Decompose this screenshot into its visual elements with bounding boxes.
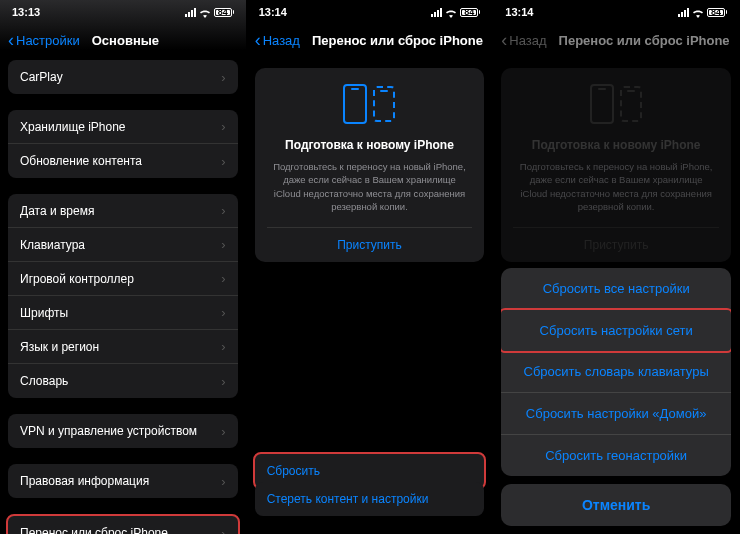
battery-icon: 84 bbox=[460, 8, 480, 17]
group-erase: Стереть контент и настройки bbox=[255, 482, 485, 516]
reset-network-settings[interactable]: Сбросить настройки сети bbox=[501, 308, 731, 353]
row-label: Обновление контента bbox=[20, 154, 142, 168]
settings-list: CarPlay› Хранилище iPhone› Обновление ко… bbox=[0, 60, 246, 534]
row-legal[interactable]: Правовая информация› bbox=[8, 464, 238, 498]
chevron-right-icon: › bbox=[221, 154, 225, 169]
reset-home-layout[interactable]: Сбросить настройки «Домой» bbox=[501, 393, 731, 435]
row-transfer-reset[interactable]: Перенос или сброс iPhone› bbox=[8, 516, 238, 534]
status-bar: 13:13 84 bbox=[0, 0, 246, 20]
chevron-right-icon: › bbox=[221, 237, 225, 252]
row-fonts[interactable]: Шрифты› bbox=[8, 296, 238, 330]
row-label: Стереть контент и настройки bbox=[267, 492, 429, 506]
screen-reset-sheet: 13:14 84 ‹Назад Перенос или сброс iPhone… bbox=[493, 0, 740, 534]
cellular-icon bbox=[431, 8, 442, 17]
chevron-right-icon: › bbox=[221, 474, 225, 489]
row-background-refresh[interactable]: Обновление контента› bbox=[8, 144, 238, 178]
card-description: Подготовьтесь к переносу на новый iPhone… bbox=[513, 160, 719, 213]
row-erase[interactable]: Стереть контент и настройки bbox=[255, 482, 485, 516]
reset-location-privacy[interactable]: Сбросить геонастройки bbox=[501, 435, 731, 476]
chevron-left-icon: ‹ bbox=[501, 30, 507, 51]
row-carplay[interactable]: CarPlay› bbox=[8, 60, 238, 94]
battery-icon: 84 bbox=[214, 8, 234, 17]
status-indicators: 84 bbox=[678, 8, 727, 17]
cellular-icon bbox=[185, 8, 196, 17]
bottom-actions: Сбросить Стереть контент и настройки bbox=[255, 452, 485, 516]
chevron-right-icon: › bbox=[221, 374, 225, 389]
status-time: 13:14 bbox=[259, 6, 287, 18]
reset-keyboard-dictionary[interactable]: Сбросить словарь клавиатуры bbox=[501, 351, 731, 393]
get-started-button[interactable]: Приступить bbox=[267, 227, 473, 262]
group-carplay: CarPlay› bbox=[8, 60, 238, 94]
group-legal: Правовая информация› bbox=[8, 464, 238, 498]
row-label: CarPlay bbox=[20, 70, 63, 84]
back-button[interactable]: ‹Настройки bbox=[8, 30, 80, 51]
group-system: Дата и время› Клавиатура› Игровой контро… bbox=[8, 194, 238, 398]
back-button: ‹Назад bbox=[501, 30, 546, 51]
chevron-right-icon: › bbox=[221, 271, 225, 286]
wifi-icon bbox=[199, 8, 211, 17]
card-title: Подготовка к новому iPhone bbox=[513, 138, 719, 152]
phone-dotted-icon bbox=[620, 86, 642, 122]
phones-icon bbox=[513, 84, 719, 124]
row-label: Дата и время bbox=[20, 204, 94, 218]
page-title: Перенос или сброс iPhone bbox=[312, 33, 483, 48]
row-label: Перенос или сброс iPhone bbox=[20, 526, 168, 534]
chevron-right-icon: › bbox=[221, 203, 225, 218]
row-date-time[interactable]: Дата и время› bbox=[8, 194, 238, 228]
battery-icon: 84 bbox=[707, 8, 727, 17]
row-label: Игровой контроллер bbox=[20, 272, 134, 286]
page-title: Перенос или сброс iPhone bbox=[559, 33, 730, 48]
screen-general-settings: 13:13 84 ‹Настройки Основные CarPlay› Хр… bbox=[0, 0, 247, 534]
status-indicators: 84 bbox=[431, 8, 480, 17]
chevron-right-icon: › bbox=[221, 526, 225, 535]
row-game-controller[interactable]: Игровой контроллер› bbox=[8, 262, 238, 296]
row-label: Хранилище iPhone bbox=[20, 120, 126, 134]
row-label: VPN и управление устройством bbox=[20, 424, 197, 438]
back-label: Назад bbox=[509, 33, 546, 48]
back-button[interactable]: ‹Назад bbox=[255, 30, 300, 51]
row-keyboard[interactable]: Клавиатура› bbox=[8, 228, 238, 262]
chevron-left-icon: ‹ bbox=[255, 30, 261, 51]
row-language-region[interactable]: Язык и регион› bbox=[8, 330, 238, 364]
back-label: Назад bbox=[263, 33, 300, 48]
phone-dotted-icon bbox=[373, 86, 395, 122]
reset-options: Сбросить все настройки Сбросить настройк… bbox=[501, 268, 731, 476]
row-label: Шрифты bbox=[20, 306, 68, 320]
action-sheet: Сбросить все настройки Сбросить настройк… bbox=[501, 268, 731, 526]
row-dictionary[interactable]: Словарь› bbox=[8, 364, 238, 398]
chevron-left-icon: ‹ bbox=[8, 30, 14, 51]
page-title: Основные bbox=[92, 33, 159, 48]
back-label: Настройки bbox=[16, 33, 80, 48]
row-label: Клавиатура bbox=[20, 238, 85, 252]
status-bar: 13:14 84 bbox=[493, 0, 739, 20]
row-label: Сбросить bbox=[267, 464, 320, 478]
phone-icon bbox=[590, 84, 614, 124]
phone-icon bbox=[343, 84, 367, 124]
row-label: Язык и регион bbox=[20, 340, 99, 354]
nav-bar: ‹Настройки Основные bbox=[0, 20, 246, 60]
chevron-right-icon: › bbox=[221, 339, 225, 354]
status-indicators: 84 bbox=[185, 8, 234, 17]
chevron-right-icon: › bbox=[221, 119, 225, 134]
row-label: Словарь bbox=[20, 374, 68, 388]
phones-icon bbox=[267, 84, 473, 124]
nav-bar: ‹Назад Перенос или сброс iPhone bbox=[493, 20, 739, 60]
screen-transfer-reset: 13:14 84 ‹Назад Перенос или сброс iPhone… bbox=[247, 0, 494, 534]
row-storage[interactable]: Хранилище iPhone› bbox=[8, 110, 238, 144]
card-description: Подготовьтесь к переносу на новый iPhone… bbox=[267, 160, 473, 213]
chevron-right-icon: › bbox=[221, 70, 225, 85]
get-started-button: Приступить bbox=[513, 227, 719, 262]
wifi-icon bbox=[445, 8, 457, 17]
reset-all-settings[interactable]: Сбросить все настройки bbox=[501, 268, 731, 310]
prepare-card: Подготовка к новому iPhone Подготовьтесь… bbox=[501, 68, 731, 262]
row-vpn[interactable]: VPN и управление устройством› bbox=[8, 414, 238, 448]
status-bar: 13:14 84 bbox=[247, 0, 493, 20]
group-vpn: VPN и управление устройством› bbox=[8, 414, 238, 448]
cellular-icon bbox=[678, 8, 689, 17]
chevron-right-icon: › bbox=[221, 424, 225, 439]
wifi-icon bbox=[692, 8, 704, 17]
group-storage: Хранилище iPhone› Обновление контента› bbox=[8, 110, 238, 178]
card-title: Подготовка к новому iPhone bbox=[267, 138, 473, 152]
cancel-button[interactable]: Отменить bbox=[501, 484, 731, 526]
prepare-card: Подготовка к новому iPhone Подготовьтесь… bbox=[255, 68, 485, 262]
